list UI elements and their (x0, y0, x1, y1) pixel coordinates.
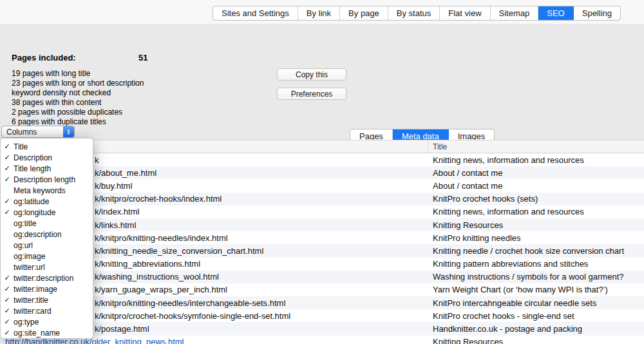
checkmark-icon: ✓ (1, 164, 14, 173)
menu-item-label: og:longitude (14, 208, 55, 217)
cell-title: KnitPro intercahngeable circular needle … (428, 298, 644, 308)
columns-menu-item-twitter-card[interactable]: ✓twitter:card (1, 305, 93, 316)
cell-title: Knitting news, information and resources (428, 155, 644, 165)
cell-title: About / contact me (428, 168, 644, 178)
columns-popup-button[interactable]: Columns ▲▼ (1, 126, 75, 138)
cell-title: Yarn Weight Chart (or ‘how many WPI is t… (428, 285, 644, 294)
table-row[interactable]: k/knitpro/knitting-needles/index.htmlKni… (0, 231, 644, 244)
columns-menu-item-description-length[interactable]: ✓Description length (1, 174, 93, 185)
cell-title: Knitting Resources (428, 220, 644, 230)
checkmark-icon: ✓ (1, 175, 14, 184)
cell-title: KnitPro crochet hooks (sets) (428, 194, 644, 204)
tab-seo[interactable]: SEO (538, 6, 573, 20)
tab-by-page[interactable]: By page (340, 6, 388, 20)
checkmark-icon: ✓ (1, 318, 14, 326)
cell-title: Knitting news, information and resources (428, 207, 644, 216)
columns-menu-item-og-url[interactable]: og:url (1, 240, 93, 251)
cell-title: About / contact me (428, 181, 644, 191)
table-row[interactable]: k/knitpro/crochet-hooks/symfonie-single-… (0, 309, 644, 322)
checkmark-icon: ✓ (1, 296, 14, 304)
table-row[interactable]: k/links.htmlKnitting Resources (0, 218, 644, 231)
checkmark-icon: ✓ (1, 197, 14, 205)
columns-menu-item-og-site-name[interactable]: ✓og:site_name (1, 327, 93, 338)
columns-menu: ✓Title✓Description✓Title length✓Descript… (0, 138, 93, 339)
columns-menu-item-twitter-url[interactable]: twitter:url (1, 262, 93, 272)
menu-item-label: og:image (14, 252, 45, 261)
menu-item-label: og:type (14, 318, 39, 327)
columns-menu-item-twitter-title[interactable]: ✓twitter:title (1, 294, 93, 305)
cell-title: Knitting pattern abbreviations and stitc… (428, 259, 644, 269)
table-row[interactable]: k/knitting_abbreviations.htmlKnitting pa… (0, 258, 644, 271)
pages-included-label: Pages included: (12, 53, 76, 62)
columns-menu-item-og-latitude[interactable]: ✓og:latitude (1, 196, 93, 207)
copy-this-button[interactable]: Copy this (277, 68, 346, 81)
menu-item-label: Description length (14, 175, 75, 184)
columns-menu-item-og-longitude[interactable]: ✓og:longitude (1, 207, 93, 218)
summary-line: 38 pages with thin content (12, 98, 144, 108)
tab-by-link[interactable]: By link (298, 6, 340, 20)
menu-item-label: Title (14, 142, 28, 151)
columns-menu-item-meta-keywords[interactable]: Meta keywords (1, 185, 93, 196)
tab-flat-view[interactable]: Flat view (440, 6, 490, 20)
checkmark-icon: ✓ (1, 153, 14, 162)
checkmark-icon: ✓ (1, 285, 14, 293)
menu-item-label: twitter:card (14, 307, 52, 316)
app-window: Sites and SettingsBy linkBy pageBy statu… (0, 0, 644, 344)
table-header: Title (0, 140, 644, 153)
menu-item-label: og:latitude (14, 197, 49, 206)
columns-menu-item-og-image[interactable]: og:image (1, 251, 93, 262)
tab-sites-and-settings[interactable]: Sites and Settings (213, 6, 298, 20)
table-row[interactable]: k/buy.htmlAbout / contact me (0, 179, 644, 192)
table-row[interactable]: k/washing_instructions_wool.htmlWashing … (0, 271, 644, 283)
columns-menu-item-og-description[interactable]: og:description (1, 229, 93, 240)
top-tab-bar: Sites and SettingsBy linkBy pageBy statu… (213, 6, 621, 21)
table-row[interactable]: http://handknitter.co.uk/older_knitting_… (0, 336, 644, 344)
menu-item-label: og:url (14, 241, 33, 250)
menu-item-label: og:title (14, 219, 36, 228)
toolbar: Sites and SettingsBy linkBy pageBy statu… (0, 0, 644, 24)
cell-title: KnitPro crochet hooks - single-end set (428, 311, 644, 321)
columns-menu-item-og-title[interactable]: og:title (1, 218, 93, 229)
checkmark-icon: ✓ (1, 208, 14, 216)
columns-menu-item-twitter-description[interactable]: ✓twitter:description (1, 272, 93, 283)
checkmark-icon: ✓ (1, 142, 14, 151)
table-row[interactable]: k/knitting_needle_size_conversion_chart.… (0, 244, 644, 257)
table-row[interactable]: kKnitting news, information and resource… (0, 153, 644, 166)
menu-item-label: twitter:image (14, 285, 57, 294)
tab-sitemap[interactable]: Sitemap (491, 6, 539, 20)
menu-item-label: Description (14, 153, 52, 162)
summary-lines: 19 pages with long title23 pages with lo… (12, 69, 144, 127)
menu-item-label: twitter:title (14, 296, 48, 305)
checkmark-icon: ✓ (1, 329, 14, 337)
columns-menu-item-title[interactable]: ✓Title (1, 141, 93, 152)
table-row[interactable]: k/knitpro/crochet-hooks/index.htmlKnitPr… (0, 193, 644, 205)
column-header-title[interactable]: Title (428, 140, 644, 153)
seo-summary-panel: Pages included: 51 19 pages with long ti… (0, 24, 644, 140)
results-table: kKnitting news, information and resource… (0, 153, 644, 344)
table-row[interactable]: k/yarn_guage_wraps_per_inch.htmlYarn Wei… (0, 283, 644, 296)
table-row[interactable]: k/about_me.htmlAbout / contact me (0, 166, 644, 179)
table-row[interactable]: k/index.htmlKnitting news, information a… (0, 205, 644, 218)
checkmark-icon: ✓ (1, 274, 14, 282)
columns-menu-item-twitter-image[interactable]: ✓twitter:image (1, 283, 93, 294)
checkmark-icon: ✓ (1, 307, 14, 315)
table-row[interactable]: k/postage.htmlHandknitter.co.uk - postag… (0, 322, 644, 335)
summary-line: 23 pages with long or short description (12, 79, 144, 88)
columns-menu-item-og-type[interactable]: ✓og:type (1, 316, 93, 327)
cell-title: KnitPro knitting needles (428, 233, 644, 243)
tab-spelling[interactable]: Spelling (574, 6, 620, 20)
columns-popup-label: Columns (2, 128, 63, 137)
summary-line: keyword density not checked (12, 88, 144, 98)
columns-menu-item-description[interactable]: ✓Description (1, 152, 93, 163)
menu-item-label: Meta keywords (14, 186, 66, 195)
summary-line: 19 pages with long title (12, 69, 144, 79)
cell-title: Handknitter.co.uk - postage and packing (428, 324, 644, 334)
table-row[interactable]: k/knitpro/knitting-needles/interchangeab… (0, 296, 644, 309)
summary-line: 2 pages with possible duplicates (12, 108, 144, 117)
cell-title: Washing instructions / symbols for a woo… (428, 272, 644, 282)
menu-item-label: Title length (14, 164, 51, 173)
columns-menu-item-title-length[interactable]: ✓Title length (1, 163, 93, 174)
preferences-button[interactable]: Preferences (277, 88, 346, 100)
tab-by-status[interactable]: By status (388, 6, 440, 20)
cell-title: Knitting needle / crochet hook size conv… (428, 246, 644, 256)
